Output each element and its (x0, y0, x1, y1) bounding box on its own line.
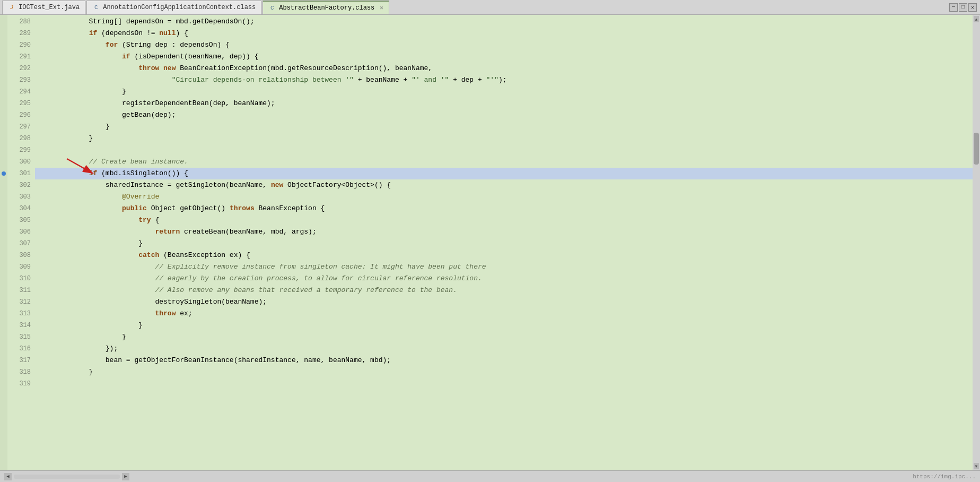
tab-abstract[interactable]: C AbstractBeanFactory.class ✕ (262, 1, 389, 14)
code-line: public Object getObject() throws BeansEx… (35, 203, 973, 214)
marker-cell (0, 109, 7, 121)
bottom-bar: ◀ ▶ https://img.ipc... (0, 470, 980, 482)
code-line: // Also remove any beans that received a… (35, 285, 973, 296)
code-line: // Create bean instance. (35, 156, 973, 168)
line-number: 309 (7, 261, 35, 273)
scroll-h-track[interactable] (14, 475, 120, 479)
code-line: @Override (35, 191, 973, 203)
code-line: bean = getObjectForBeanInstance(sharedIn… (35, 355, 973, 366)
marker-cell (0, 366, 7, 378)
line-number: 315 (7, 331, 35, 343)
tab-ioc[interactable]: J IOCTest_Ext.java (2, 1, 85, 14)
marker-cell (0, 63, 7, 74)
breakpoint-dot (2, 171, 6, 176)
code-line: } (35, 331, 973, 343)
line-number: 301 (7, 168, 35, 179)
line-number: 318 (7, 366, 35, 378)
marker-cell (0, 285, 7, 296)
line-number: 319 (7, 378, 35, 390)
tab-ioc-label: IOCTest_Ext.java (19, 4, 80, 11)
marker-cell (0, 179, 7, 191)
scroll-left-arrow[interactable]: ◀ (4, 473, 12, 480)
line-number: 307 (7, 238, 35, 249)
scroll-down-arrow[interactable]: ▼ (974, 463, 979, 469)
tab-annotation[interactable]: C AnnotationConfigApplicationContext.cla… (86, 1, 261, 14)
line-number: 298 (7, 133, 35, 144)
line-number: 314 (7, 320, 35, 331)
line-number: 291 (7, 51, 35, 63)
line-number: 297 (7, 121, 35, 133)
marker-cell (0, 320, 7, 331)
code-line: catch (BeansException ex) { (35, 249, 973, 261)
code-line: if (mbd.isSingleton()) { (35, 168, 973, 179)
restore-button[interactable]: □ (959, 3, 967, 12)
line-number: 303 (7, 191, 35, 203)
marker-cell (0, 226, 7, 238)
marker-cell (0, 238, 7, 249)
scroll-right-arrow[interactable]: ▶ (122, 473, 129, 480)
line-number: 316 (7, 343, 35, 355)
marker-cell (0, 308, 7, 320)
marker-cell (0, 355, 7, 366)
scroll-thumb[interactable] (974, 133, 979, 165)
line-number: 300 (7, 156, 35, 168)
java-icon: J (8, 4, 15, 11)
marker-cell (0, 16, 7, 28)
minimize-button[interactable]: ─ (949, 3, 958, 12)
tab-bar: J IOCTest_Ext.java C AnnotationConfigApp… (0, 0, 980, 15)
marker-cell (0, 98, 7, 109)
line-number: 311 (7, 285, 35, 296)
window-controls: ─ □ ✕ (949, 3, 980, 12)
tab-close-icon[interactable]: ✕ (380, 4, 383, 11)
marker-cell (0, 378, 7, 390)
marker-cell (0, 343, 7, 355)
marker-cell (0, 203, 7, 214)
marker-cell (0, 191, 7, 203)
url-hint: https://img.ipc... (913, 474, 976, 480)
line-number: 317 (7, 355, 35, 366)
line-number: 299 (7, 144, 35, 156)
marker-cell (0, 249, 7, 261)
code-line: getBean(dep); (35, 109, 973, 121)
tab-abstract-label: AbstractBeanFactory.class (279, 4, 374, 12)
line-number: 292 (7, 63, 35, 74)
marker-cell (0, 156, 7, 168)
code-line: // Explicitly remove instance from singl… (35, 261, 973, 273)
marker-cell (0, 86, 7, 98)
left-marker-gutter (0, 15, 7, 470)
vertical-scrollbar[interactable]: ▲ ▼ (973, 15, 980, 470)
marker-cell (0, 133, 7, 144)
code-line: } (35, 121, 973, 133)
code-line: } (35, 320, 973, 331)
code-line: throw ex; (35, 308, 973, 320)
line-number: 310 (7, 273, 35, 285)
line-number-gutter: 2882892902912922932942952962972982993003… (7, 15, 35, 470)
marker-cell (0, 261, 7, 273)
line-number: 289 (7, 28, 35, 39)
line-number: 304 (7, 203, 35, 214)
code-line: registerDependentBean(dep, beanName); (35, 98, 973, 109)
marker-cell (0, 331, 7, 343)
line-number: 293 (7, 74, 35, 86)
marker-cell (0, 144, 7, 156)
scroll-up-arrow[interactable]: ▲ (974, 16, 979, 22)
horizontal-scroll[interactable]: ◀ ▶ (4, 473, 129, 480)
line-number: 305 (7, 214, 35, 226)
marker-cell (0, 168, 7, 179)
code-line: String[] dependsOn = mbd.getDependsOn(); (35, 16, 973, 28)
marker-cell (0, 39, 7, 51)
code-area[interactable]: String[] dependsOn = mbd.getDependsOn();… (35, 15, 973, 470)
marker-cell (0, 28, 7, 39)
line-number: 296 (7, 109, 35, 121)
line-number: 312 (7, 296, 35, 308)
close-button[interactable]: ✕ (968, 3, 977, 12)
code-line: return createBean(beanName, mbd, args); (35, 226, 973, 238)
line-number: 308 (7, 249, 35, 261)
code-line: try { (35, 214, 973, 226)
line-number: 288 (7, 16, 35, 28)
editor-body: 2882892902912922932942952962972982993003… (0, 15, 980, 470)
code-line: sharedInstance = getSingleton(beanName, … (35, 179, 973, 191)
code-line: }); (35, 343, 973, 355)
code-line: if (dependsOn != null) { (35, 28, 973, 39)
tab-annotation-label: AnnotationConfigApplicationContext.class (103, 4, 256, 11)
